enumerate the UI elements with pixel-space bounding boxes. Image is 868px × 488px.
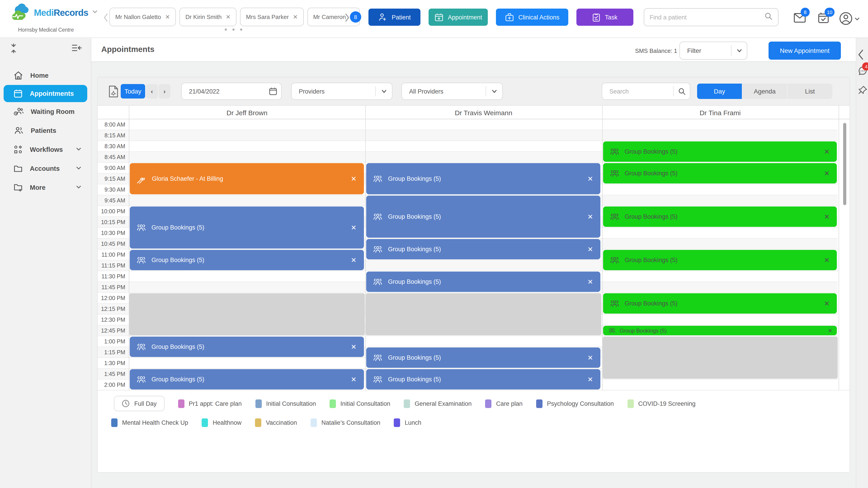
appointment-event[interactable]: Group Bookings (5)✕ — [603, 326, 837, 335]
filter-dropdown[interactable]: Filter — [680, 41, 747, 60]
calendar-scrollbar[interactable] — [843, 123, 846, 205]
messages-icon[interactable]: 8 — [794, 12, 807, 25]
event-close-icon[interactable]: ✕ — [587, 278, 593, 286]
event-close-icon[interactable]: ✕ — [587, 175, 593, 183]
event-close-icon[interactable]: ✕ — [587, 213, 593, 221]
patient-tab[interactable]: Mr Nallon Galetto✕ — [110, 8, 176, 26]
pdf-export-icon[interactable] — [108, 86, 119, 99]
all-providers-dropdown[interactable]: All Providers — [401, 83, 503, 100]
appointment-event[interactable]: Group Bookings (5)✕ — [603, 250, 837, 270]
view-tab-agenda[interactable]: Agenda — [742, 84, 787, 99]
sidebar-collapse-icon[interactable] — [71, 43, 82, 54]
event-close-icon[interactable]: ✕ — [828, 327, 832, 334]
event-title: Group Bookings (5) — [388, 213, 587, 220]
appointment-event[interactable]: Group Bookings (5)✕ — [130, 369, 364, 390]
sidebar-item-accounts[interactable]: Accounts — [0, 159, 91, 178]
sidebar-item-patients[interactable]: Patients — [0, 121, 91, 140]
patient-tab-close-icon[interactable]: ✕ — [293, 13, 298, 20]
event-close-icon[interactable]: ✕ — [351, 343, 356, 351]
tabs-scroll-left-icon[interactable] — [103, 13, 108, 24]
sidebar-item-more[interactable]: More — [0, 178, 91, 197]
patient-button[interactable]: Patient — [368, 8, 421, 26]
tabs-scroll-right-icon[interactable] — [344, 13, 350, 24]
providers-label: Providers — [291, 88, 375, 95]
patient-tab-close-icon[interactable]: ✕ — [226, 13, 231, 20]
appointment-event[interactable]: Group Bookings (5)✕ — [366, 163, 600, 194]
appointment-event[interactable]: Group Bookings (5)✕ — [366, 196, 600, 238]
date-calendar-icon[interactable] — [265, 87, 281, 95]
next-day-button[interactable]: › — [159, 84, 170, 98]
sidebar-item-waiting-room[interactable]: Waiting Room — [0, 102, 91, 121]
appointment-event[interactable]: Group Bookings (5)✕ — [603, 141, 837, 162]
filter-label: Filter — [680, 47, 731, 54]
appointment-button[interactable]: Appointment — [429, 8, 488, 26]
event-close-icon[interactable]: ✕ — [824, 299, 830, 307]
appointment-event[interactable]: Group Bookings (5)✕ — [130, 250, 364, 270]
appointment-event[interactable]: Group Bookings (5)✕ — [130, 337, 364, 357]
tasks-calendar-icon[interactable]: 10 — [817, 12, 830, 26]
find-patient-input[interactable] — [650, 14, 765, 21]
patient-tab-close-icon[interactable]: ✕ — [165, 13, 170, 20]
patient-tab[interactable]: Mr Cameron8 — [307, 8, 360, 26]
clinical-actions-button[interactable]: Clinical Actions — [496, 8, 568, 26]
appointment-event[interactable]: Group Bookings (5)✕ — [603, 206, 837, 227]
appointment-event[interactable]: Group Bookings (5)✕ — [366, 369, 600, 390]
event-close-icon[interactable]: ✕ — [587, 354, 593, 362]
sidebar-item-home[interactable]: Home — [0, 66, 91, 85]
group-icon — [609, 147, 620, 156]
view-tab-day[interactable]: Day — [697, 84, 742, 99]
new-appointment-button[interactable]: New Appointment — [769, 41, 841, 60]
time-label: 9:00 AM — [98, 163, 125, 173]
event-close-icon[interactable]: ✕ — [351, 375, 356, 383]
appointment-event[interactable]: Group Bookings (5)✕ — [366, 348, 600, 368]
event-close-icon[interactable]: ✕ — [824, 169, 830, 177]
event-title: Group Bookings (5) — [388, 354, 587, 361]
appointment-event[interactable]: Group Bookings (5)✕ — [603, 163, 837, 184]
event-close-icon[interactable]: ✕ — [824, 148, 830, 156]
event-title: Group Bookings (5) — [388, 175, 587, 182]
event-close-icon[interactable]: ✕ — [587, 375, 593, 383]
time-label: 12:00 PM — [98, 293, 125, 304]
group-icon — [136, 255, 147, 265]
full-day-button[interactable]: Full Day — [114, 396, 164, 411]
sidebar-compress-icon[interactable] — [9, 43, 18, 55]
appointment-event[interactable]: Group Bookings (5)✕ — [130, 206, 364, 249]
legend-item: Vaccination — [255, 418, 297, 427]
appointment-event[interactable]: Group Bookings (5)✕ — [603, 293, 837, 314]
task-button[interactable]: Task — [577, 8, 633, 26]
event-close-icon[interactable]: ✕ — [351, 175, 356, 183]
account-avatar-icon[interactable] — [839, 12, 852, 27]
panel-collapse-chevron-left-icon[interactable] — [858, 49, 864, 62]
chat-icon[interactable]: 4 — [858, 66, 868, 78]
sidebar-item-appointments[interactable]: Appointments — [4, 85, 87, 102]
tabs-carousel-dots[interactable] — [225, 29, 242, 31]
appointment-event[interactable]: Gloria Schaefer - At Billing✕ — [130, 163, 364, 194]
pin-icon[interactable] — [858, 86, 868, 97]
calendar-search-input[interactable] — [610, 88, 673, 95]
calendar-search-icon[interactable] — [674, 88, 690, 95]
sidebar-item-workflows[interactable]: Workflows — [0, 140, 91, 159]
group-icon — [373, 174, 383, 184]
patient-tab[interactable]: Mrs Sara Parker✕ — [240, 8, 304, 26]
previous-day-button[interactable]: ‹ — [146, 84, 158, 98]
patient-tab[interactable]: Dr Kirin Smith✕ — [180, 8, 237, 26]
brand-chevron-down-icon[interactable] — [92, 8, 98, 17]
providers-dropdown[interactable]: Providers — [291, 83, 393, 100]
appointment-event[interactable]: Group Bookings (5)✕ — [366, 239, 600, 259]
event-close-icon[interactable]: ✕ — [351, 223, 356, 232]
brand-logo[interactable]: MediRecords — [11, 4, 98, 22]
find-patient-search-icon[interactable] — [765, 12, 773, 22]
appointment-event[interactable]: Group Bookings (5)✕ — [366, 271, 600, 292]
event-title: Group Bookings (5) — [388, 278, 587, 285]
date-picker[interactable]: 21/04/2022 — [181, 83, 282, 100]
time-label: 8:00 AM — [98, 119, 125, 130]
event-close-icon[interactable]: ✕ — [587, 245, 593, 253]
today-button[interactable]: Today — [121, 84, 145, 98]
time-label: 1:00 PM — [98, 336, 125, 347]
account-chevron-down-icon[interactable] — [855, 15, 860, 24]
event-close-icon[interactable]: ✕ — [824, 213, 830, 221]
event-close-icon[interactable]: ✕ — [351, 256, 356, 264]
event-close-icon[interactable]: ✕ — [824, 256, 830, 264]
legend-label: Initial Consultation — [340, 400, 391, 407]
view-tab-list[interactable]: List — [787, 84, 832, 99]
